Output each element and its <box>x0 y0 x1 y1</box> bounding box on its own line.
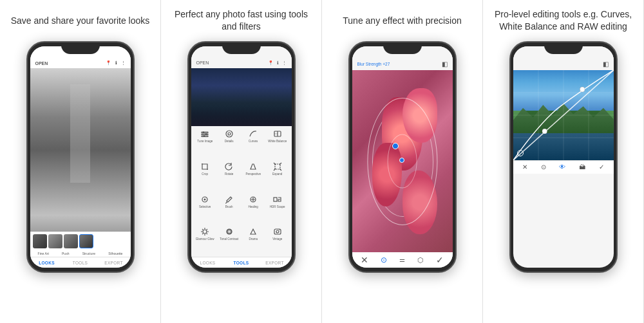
look-thumb-4[interactable] <box>79 234 93 248</box>
tool-vintage[interactable]: Vintage <box>266 226 289 257</box>
check-btn3[interactable]: ✓ <box>436 255 444 264</box>
tool-selective[interactable]: Selective <box>194 194 217 225</box>
panel-tune: Tune any effect with precision Blur Stre… <box>322 0 483 323</box>
svg-rect-1 <box>202 134 208 135</box>
tool-drama[interactable]: Drama <box>242 226 265 257</box>
header-icon2a: 📍 <box>268 60 274 66</box>
phone3-screen: Blur Strength +27 ◧ ✕ ⊙ ⚌ ⬡ ✓ <box>352 46 453 268</box>
tool-name-drama: Drama <box>249 237 258 241</box>
tab2-looks[interactable]: LOOKS <box>191 261 225 265</box>
tab-tools[interactable]: TOOLS <box>64 261 97 265</box>
tool-curves[interactable]: Curves <box>242 129 265 159</box>
tool-crop[interactable]: Crop <box>194 162 217 192</box>
phone-3: Blur Strength +27 ◧ ✕ ⊙ ⚌ ⬡ ✓ <box>348 41 457 273</box>
svg-point-4 <box>205 134 207 135</box>
phone-4: ◧ <box>509 41 618 273</box>
tool-name-hdr: HDR Scape <box>270 205 285 208</box>
menu-icon: ⋮ <box>121 60 126 66</box>
panel2-title: Perfect any photo fast using tools and f… <box>166 6 316 35</box>
bw-photo <box>30 68 131 232</box>
svg-point-28 <box>580 87 585 92</box>
phone-2: OPEN 📍 ℹ ⋮ Tune Image Details <box>187 41 296 273</box>
tool-white-balance[interactable]: White Balance <box>266 129 289 159</box>
stamp-btn3[interactable]: ⬡ <box>417 257 424 264</box>
curves-header: ◧ <box>513 46 614 70</box>
tab-export[interactable]: EXPORT <box>97 261 131 265</box>
svg-point-20 <box>276 230 279 233</box>
tool-hdr[interactable]: HDR Scape <box>266 194 289 225</box>
check-btn4[interactable]: ✓ <box>599 164 604 171</box>
svg-point-18 <box>227 229 232 234</box>
look-thumb-3[interactable] <box>64 234 78 248</box>
tool-name-expand: Expand <box>272 172 282 176</box>
blur-btn3[interactable]: ⊙ <box>381 256 387 264</box>
looks-strip <box>30 232 131 251</box>
phone-1: OPEN 📍 ℹ ⋮ Fine Art Push Structure Silho… <box>26 41 135 273</box>
tool-name-tune: Tune Image <box>197 140 213 143</box>
tool-name-perspective: Perspective <box>245 172 261 176</box>
eye-btn4[interactable]: 👁 <box>559 164 565 171</box>
tool-name-vintage: Vintage <box>272 237 282 241</box>
tab2-export[interactable]: EXPORT <box>258 261 292 265</box>
tool-brush[interactable]: Brush <box>218 194 241 225</box>
adjust-btn3[interactable]: ⚌ <box>399 257 405 263</box>
tool-tune-image[interactable]: Tune Image <box>194 129 217 159</box>
settings-btn4[interactable]: ⊙ <box>541 164 546 171</box>
tool-name-tonal: Tonal Contrast <box>220 237 238 241</box>
tool-rotate[interactable]: Rotate <box>218 162 241 192</box>
tools-photo <box>191 68 292 126</box>
panel-curves: Pro-level editing tools e.g. Curves, Whi… <box>483 0 644 323</box>
svg-rect-0 <box>202 132 208 133</box>
panel4-title: Pro-level editing tools e.g. Curves, Whi… <box>488 6 638 35</box>
location-icon: 📍 <box>106 60 111 66</box>
look-thumb-1[interactable] <box>33 234 47 248</box>
bottom-tools-3: ✕ ⊙ ⚌ ⬡ ✓ <box>352 252 453 268</box>
flowers-photo <box>352 70 453 252</box>
tool-name-crop: Crop <box>202 172 208 176</box>
tool-name-details: Details <box>225 140 234 143</box>
tool-details[interactable]: Details <box>218 129 241 159</box>
look-label-4: Silhouette <box>108 252 122 255</box>
tool-name-glamour: Glamour Glow <box>196 237 214 241</box>
close-btn4[interactable]: ✕ <box>522 164 527 171</box>
tool-healing[interactable]: Healing <box>242 194 265 225</box>
tool-name-curves: Curves <box>249 140 258 143</box>
info-icon: ℹ <box>115 60 117 66</box>
compare-icon: ◧ <box>442 60 448 68</box>
tool-name-wb: White Balance <box>268 140 287 143</box>
look-label-1: Fine Art <box>38 252 49 255</box>
screen1-header: OPEN 📍 ℹ ⋮ <box>30 46 131 68</box>
header-icon2c: ⋮ <box>282 60 287 66</box>
phone2-screen: OPEN 📍 ℹ ⋮ Tune Image Details <box>191 46 292 268</box>
nature-photo <box>513 70 614 160</box>
blur-header: Blur Strength +27 ◧ <box>352 46 453 70</box>
header-icons: 📍 ℹ ⋮ <box>106 60 126 66</box>
open-button[interactable]: OPEN <box>35 61 48 66</box>
tool-glamour[interactable]: Glamour Glow <box>194 226 217 257</box>
bottom-tools-4: ✕ ⊙ 👁 🏔 ✓ <box>513 160 614 174</box>
screen2-header: OPEN 📍 ℹ ⋮ <box>191 46 292 68</box>
tool-expand[interactable]: Expand <box>266 162 289 192</box>
tool-perspective[interactable]: Perspective <box>242 162 265 192</box>
tab-bar-1: LOOKS TOOLS EXPORT <box>30 257 131 268</box>
look-label-2: Push <box>62 252 69 255</box>
curves-grid <box>513 70 614 160</box>
look-thumb-2[interactable] <box>48 234 62 248</box>
tools-grid: Tune Image Details Curves White Balance <box>191 126 292 257</box>
tab2-tools[interactable]: TOOLS <box>225 261 258 265</box>
tool-name-rotate: Rotate <box>225 172 233 176</box>
phone1-screen: OPEN 📍 ℹ ⋮ Fine Art Push Structure Silho… <box>30 46 131 268</box>
svg-point-3 <box>203 132 204 133</box>
look-labels: Fine Art Push Structure Silhouette <box>30 251 131 257</box>
svg-rect-10 <box>275 164 280 169</box>
tool-tonal[interactable]: Tonal Contrast <box>218 226 241 257</box>
panel3-title: Tune any effect with precision <box>343 6 461 35</box>
open-btn2[interactable]: OPEN <box>196 60 209 66</box>
photo-btn4[interactable]: 🏔 <box>579 164 585 171</box>
svg-point-21 <box>279 229 280 230</box>
tab-looks[interactable]: LOOKS <box>30 261 64 265</box>
tool-name-brush: Brush <box>225 205 233 208</box>
look-label-3: Structure <box>82 252 95 255</box>
close-btn3[interactable]: ✕ <box>361 255 368 264</box>
panel1-title: Save and share your favorite looks <box>11 6 150 35</box>
